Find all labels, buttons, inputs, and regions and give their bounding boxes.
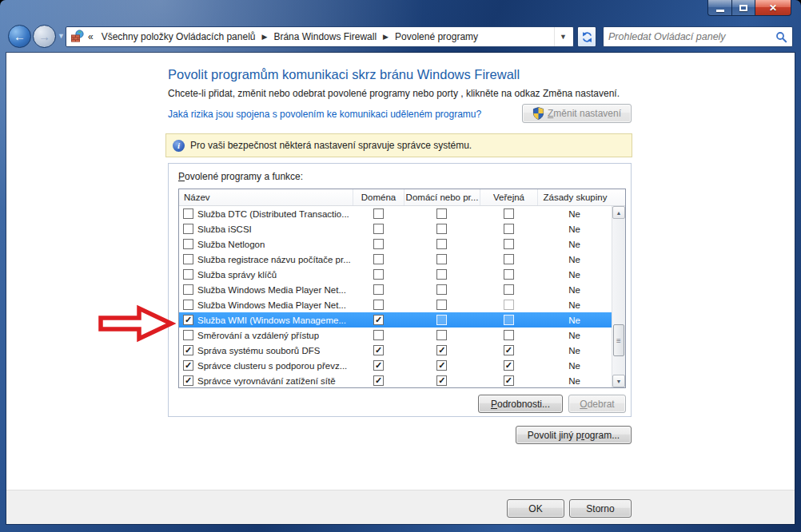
checkbox[interactable]: [504, 269, 514, 280]
checkbox[interactable]: [183, 239, 193, 249]
checkbox[interactable]: [373, 300, 384, 310]
checkbox[interactable]: [436, 239, 447, 249]
column-header-name[interactable]: Název: [179, 189, 353, 205]
vertical-scrollbar[interactable]: ▲ ≡ ▼: [612, 206, 625, 387]
forward-button[interactable]: →: [33, 25, 56, 48]
change-settings-button[interactable]: Změnit nastavení: [522, 104, 632, 123]
details-button[interactable]: Podrobnosti...: [478, 395, 563, 413]
checkbox[interactable]: ✓: [504, 345, 514, 355]
checkbox[interactable]: [436, 254, 447, 264]
breadcrumb-item-allowed-programs[interactable]: Povolené programy: [389, 27, 484, 46]
checkbox[interactable]: [373, 284, 384, 295]
info-banner-text: Pro vaši bezpečnost některá nastavení sp…: [190, 140, 472, 151]
risk-help-link[interactable]: Jaká rizika jsou spojena s povolením ke …: [168, 109, 481, 120]
checkbox[interactable]: [373, 269, 384, 280]
checkbox[interactable]: [183, 269, 193, 280]
checkbox[interactable]: [183, 330, 193, 340]
checkbox[interactable]: [373, 208, 384, 219]
checkbox[interactable]: [183, 224, 193, 234]
program-row[interactable]: Služba Windows Media Player Net...Ne: [179, 297, 612, 312]
program-row[interactable]: ✓Správce clusteru s podporou převz...✓✓✓…: [179, 358, 612, 373]
checkbox[interactable]: ✓: [373, 315, 384, 325]
column-header-domain[interactable]: Doména: [353, 189, 404, 205]
checkbox[interactable]: ✓: [183, 345, 193, 355]
program-row[interactable]: Služba DTC (Distributed Transactio...Ne: [179, 206, 612, 221]
checkbox[interactable]: [183, 300, 193, 310]
maximize-button[interactable]: [731, 0, 755, 16]
checkbox[interactable]: ✓: [373, 360, 384, 371]
checkbox[interactable]: [504, 254, 514, 264]
checkbox[interactable]: [436, 269, 447, 280]
group-policy-value: Ne: [568, 224, 580, 234]
program-row[interactable]: Služba registrace názvu počítače pr...Ne: [179, 252, 612, 267]
checkbox[interactable]: ✓: [183, 360, 193, 371]
program-row[interactable]: Směrování a vzdálený přístupNe: [179, 328, 612, 343]
checkbox[interactable]: ✓: [504, 375, 514, 386]
checkbox[interactable]: [436, 315, 447, 325]
column-header-home[interactable]: Domácí nebo pr...: [404, 189, 480, 205]
annotation-arrow-icon: [96, 304, 176, 343]
minimize-button[interactable]: [707, 0, 731, 16]
checkbox[interactable]: [436, 300, 447, 310]
column-header-group-policy[interactable]: Zásady skupiny: [538, 189, 612, 205]
group-policy-value: Ne: [568, 270, 580, 280]
column-header-public[interactable]: Veřejná: [480, 189, 538, 205]
cancel-button[interactable]: Storno: [569, 499, 632, 518]
program-row[interactable]: ✓Služba WMI (Windows Manageme...✓Ne: [179, 312, 612, 328]
program-name: Služba Netlogon: [197, 240, 265, 249]
checkbox[interactable]: [436, 330, 447, 340]
back-button[interactable]: ←: [8, 25, 31, 48]
checkbox[interactable]: ✓: [504, 360, 514, 371]
checkbox[interactable]: [504, 315, 514, 325]
scrollbar-thumb[interactable]: ≡: [613, 324, 624, 356]
program-name: Správa systému souborů DFS: [197, 346, 320, 355]
checkbox[interactable]: [373, 330, 384, 340]
checkbox[interactable]: [436, 208, 447, 219]
checkbox[interactable]: ✓: [183, 315, 193, 325]
breadcrumb-item-firewall[interactable]: Brána Windows Firewall: [268, 27, 382, 46]
checkbox[interactable]: ✓: [373, 375, 384, 386]
program-row[interactable]: Služba správy klíčůNe: [179, 267, 612, 282]
program-row[interactable]: ✓Správce vyrovnávání zatížení sítě✓✓✓Ne: [179, 373, 612, 388]
breadcrumb-overflow-chevrons[interactable]: «: [86, 31, 96, 42]
checkbox[interactable]: [183, 208, 193, 219]
program-row[interactable]: Služba iSCSINe: [179, 221, 612, 236]
checkbox[interactable]: [504, 239, 514, 249]
program-name: Správce vyrovnávání zatížení sítě: [197, 376, 336, 386]
checkbox[interactable]: [504, 208, 514, 219]
checkbox[interactable]: [436, 224, 447, 234]
checkbox[interactable]: [373, 254, 384, 264]
checkbox[interactable]: ✓: [436, 345, 447, 355]
close-button[interactable]: ✕: [755, 0, 791, 16]
recent-pages-chevron-icon[interactable]: ▼: [58, 32, 65, 40]
scroll-down-icon: ▼: [616, 379, 622, 384]
checkbox[interactable]: ✓: [436, 375, 447, 386]
scroll-up-button[interactable]: ▲: [612, 206, 625, 219]
program-row[interactable]: ✓Správa systému souborů DFS✓✓✓Ne: [179, 343, 612, 358]
checkbox[interactable]: [504, 330, 514, 340]
checkbox[interactable]: ✓: [183, 375, 193, 386]
refresh-button[interactable]: [577, 26, 596, 47]
allow-other-program-button[interactable]: Povolit jiný program...: [516, 426, 632, 444]
checkbox[interactable]: [183, 284, 193, 295]
search-icon[interactable]: [775, 31, 787, 43]
checkbox[interactable]: [504, 224, 514, 234]
checkbox[interactable]: ✓: [373, 345, 384, 355]
search-input[interactable]: [608, 31, 775, 42]
scroll-down-button[interactable]: ▼: [612, 375, 625, 387]
checkbox[interactable]: [373, 224, 384, 234]
program-row[interactable]: Služba NetlogonNe: [179, 236, 612, 252]
checkbox[interactable]: [504, 300, 514, 310]
checkbox[interactable]: [436, 284, 447, 295]
checkbox[interactable]: [183, 254, 193, 264]
remove-label: Odebrat: [580, 399, 614, 410]
breadcrumb-item-control-panel[interactable]: Všechny položky Ovládacích panelů: [96, 27, 261, 46]
checkbox[interactable]: [504, 284, 514, 295]
group-policy-value: Ne: [568, 316, 580, 325]
checkbox[interactable]: [373, 239, 384, 249]
program-row[interactable]: Služba Windows Media Player Net...Ne: [179, 282, 612, 297]
remove-button[interactable]: Odebrat: [568, 395, 626, 413]
checkbox[interactable]: ✓: [436, 360, 447, 371]
address-dropdown-icon[interactable]: ▼: [554, 27, 572, 46]
ok-button[interactable]: OK: [507, 499, 564, 518]
